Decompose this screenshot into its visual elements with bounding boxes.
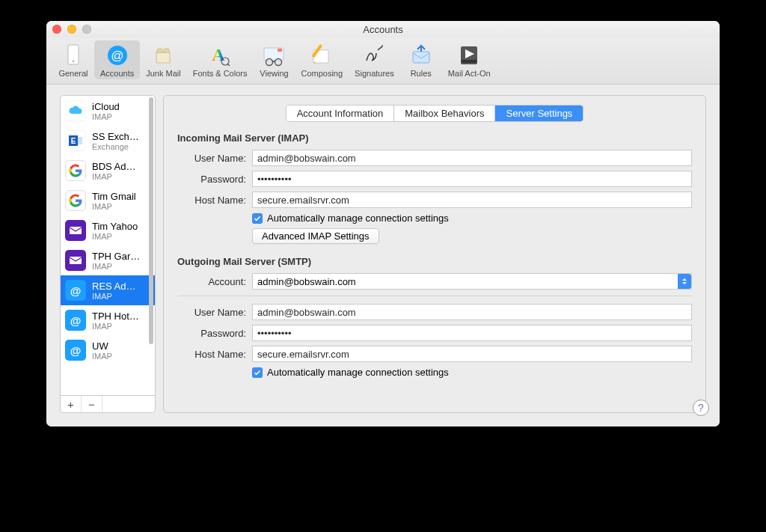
at-icon: @ — [65, 310, 86, 331]
account-row[interactable]: @ RES Ad…IMAP — [61, 275, 155, 305]
svg-text:E: E — [71, 137, 76, 145]
incoming-username-input[interactable] — [252, 150, 692, 166]
content: iCloudIMAP E SS Exch…Exchange BDS Ad…IMA… — [46, 85, 720, 426]
incoming-host-label: Host Name: — [177, 195, 252, 206]
tab-mailbox-behaviors[interactable]: Mailbox Behaviors — [394, 106, 495, 121]
window-title: Accounts — [363, 24, 402, 35]
outgoing-auto-label: Automatically manage connection settings — [267, 367, 449, 378]
svg-rect-23 — [70, 257, 82, 264]
separator — [177, 296, 692, 296]
svg-text:@: @ — [111, 49, 123, 63]
at-icon: @ — [65, 280, 86, 301]
outgoing-username-input[interactable] — [252, 304, 692, 320]
incoming-host-input[interactable] — [252, 192, 692, 208]
yahoo-icon — [65, 220, 86, 241]
composing-icon — [310, 43, 334, 67]
google-icon — [65, 190, 86, 211]
incoming-auto-label: Automatically manage connection settings — [267, 213, 449, 224]
outgoing-password-label: Password: — [177, 328, 252, 339]
remove-account-button[interactable]: − — [82, 396, 102, 412]
toolbar: General @ Accounts Junk Mail A Fonts & C… — [46, 37, 720, 85]
toolbar-signatures[interactable]: Signatures — [349, 40, 400, 79]
outgoing-username-label: User Name: — [177, 307, 252, 318]
minimize-button[interactable] — [67, 25, 76, 34]
toolbar-general[interactable]: General — [52, 40, 94, 79]
svg-line-6 — [227, 64, 230, 66]
outgoing-host-label: Host Name: — [177, 349, 252, 360]
outgoing-header: Outgoing Mail Server (SMTP) — [177, 256, 692, 267]
svg-text:A: A — [212, 45, 225, 64]
outgoing-account-popup[interactable]: admin@bobswain.com — [252, 273, 692, 290]
accounts-sidebar: iCloudIMAP E SS Exch…Exchange BDS Ad…IMA… — [60, 95, 156, 413]
sidebar-footer: + − — [60, 396, 156, 413]
svg-rect-22 — [70, 227, 82, 234]
account-row[interactable]: BDS Ad…IMAP — [61, 156, 155, 186]
google-icon — [65, 160, 86, 181]
svg-rect-18 — [462, 60, 477, 63]
signatures-icon — [362, 43, 386, 67]
icloud-icon — [65, 100, 86, 121]
accounts-list[interactable]: iCloudIMAP E SS Exch…Exchange BDS Ad…IMA… — [60, 95, 156, 396]
incoming-header: Incoming Mail Server (IMAP) — [177, 132, 692, 144]
toolbar-viewing[interactable]: Viewing — [253, 40, 295, 79]
yahoo-icon — [65, 250, 86, 271]
svg-point-1 — [73, 61, 75, 63]
toolbar-accounts[interactable]: @ Accounts — [94, 40, 140, 79]
toolbar-mail-act-on[interactable]: Mail Act-On — [442, 40, 497, 79]
outgoing-account-label: Account: — [177, 276, 252, 287]
account-row[interactable]: @ TPH Hot…IMAP — [61, 305, 155, 335]
tab-server-settings[interactable]: Server Settings — [495, 106, 583, 121]
rules-icon — [409, 43, 433, 67]
exchange-icon: E — [65, 130, 86, 151]
junk-mail-icon — [151, 43, 175, 67]
titlebar: Accounts — [46, 21, 720, 37]
incoming-password-label: Password: — [177, 174, 252, 185]
account-row[interactable]: @ UWIMAP — [61, 335, 155, 365]
account-row[interactable]: iCloudIMAP — [61, 96, 155, 126]
svg-rect-8 — [278, 49, 282, 52]
outgoing-password-input[interactable] — [252, 325, 692, 341]
account-row[interactable]: Tim GmailIMAP — [61, 186, 155, 215]
account-row[interactable]: TPH Gar…IMAP — [61, 245, 155, 275]
mail-act-on-icon — [457, 43, 481, 67]
fonts-colors-icon: A — [208, 43, 232, 67]
accounts-icon: @ — [105, 43, 129, 67]
traffic-lights — [52, 25, 91, 34]
popup-arrows-icon — [678, 274, 691, 289]
account-row[interactable]: Tim YahooIMAP — [61, 215, 155, 245]
tab-account-information[interactable]: Account Information — [287, 106, 395, 121]
help-button[interactable]: ? — [693, 400, 709, 416]
close-button[interactable] — [52, 25, 61, 34]
incoming-username-label: User Name: — [177, 153, 252, 164]
toolbar-composing[interactable]: Composing — [295, 40, 349, 79]
toolbar-junkmail[interactable]: Junk Mail — [140, 40, 186, 79]
viewing-icon — [262, 43, 286, 67]
general-icon — [61, 43, 85, 67]
outgoing-auto-checkbox[interactable] — [252, 367, 263, 378]
svg-rect-15 — [413, 52, 429, 63]
advanced-imap-button[interactable]: Advanced IMAP Settings — [252, 228, 379, 244]
settings-pane: Account Information Mailbox Behaviors Se… — [163, 95, 706, 413]
svg-rect-21 — [78, 137, 82, 144]
settings-tabs: Account Information Mailbox Behaviors Se… — [177, 105, 692, 122]
add-account-button[interactable]: + — [61, 396, 82, 412]
toolbar-fonts-colors[interactable]: A Fonts & Colors — [187, 40, 254, 79]
toolbar-rules[interactable]: Rules — [400, 40, 442, 79]
at-icon: @ — [65, 340, 86, 361]
incoming-password-input[interactable] — [252, 171, 692, 187]
outgoing-host-input[interactable] — [252, 346, 692, 362]
scrollbar[interactable] — [149, 97, 153, 344]
preferences-window: Accounts General @ Accounts Junk Mail A … — [46, 21, 720, 426]
maximize-button[interactable] — [82, 25, 91, 34]
account-row[interactable]: E SS Exch…Exchange — [61, 126, 155, 156]
incoming-auto-checkbox[interactable] — [252, 213, 263, 224]
